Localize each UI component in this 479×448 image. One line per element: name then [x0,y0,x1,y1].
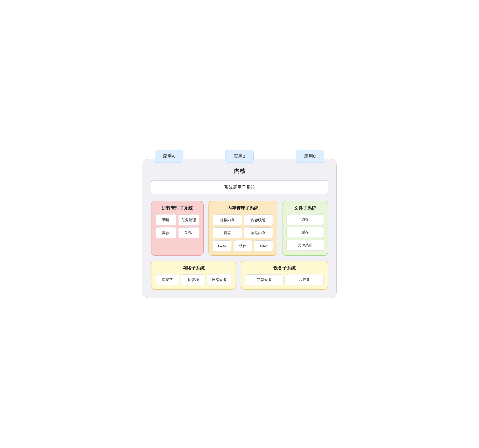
process-title: 进程管理子系统 [155,205,199,211]
process-item-schedule: 调度 [155,215,176,225]
dev-item-block: 块设备 [286,274,324,285]
app-b: 应用B [225,150,254,163]
syscall-box: 系统调用子系统 [151,181,328,194]
dev-item-char: 字符设备 [245,274,284,285]
apps-row: 应用A 应用B 应用C [143,150,337,163]
memory-items-top: 虚拟内存 内存映射 页表 物理内存 [213,215,273,238]
filesystem-box: 文件子系统 VFS 缓存 文件系统 [282,201,328,256]
app-a: 应用A [155,150,183,163]
net-item-netdev: 网络设备 [207,274,232,285]
fs-item-filesystem: 文件系统 [286,240,324,251]
memory-management-box: 内存管理子系统 虚拟内存 内存映射 页表 物理内存 swap 伙伴 slab [208,201,277,256]
memory-item-virtual: 虚拟内存 [213,215,242,225]
kernel-title: 内核 [151,167,328,175]
network-items: 套接字 协议栈 网络设备 [155,274,232,285]
process-item-sync: 同步 [155,227,176,238]
bottom-row: 网络子系统 套接字 协议栈 网络设备 设备子系统 字符设备 块设备 [151,261,328,290]
net-item-socket: 套接字 [155,274,180,285]
device-items: 字符设备 块设备 [245,274,324,285]
network-title: 网络子系统 [155,265,232,271]
process-management-box: 进程管理子系统 调度 任务管理 同步 CPU [151,201,204,256]
kernel-box: 内核 系统调用子系统 进程管理子系统 调度 任务管理 同步 CPU 内存管理子系… [143,159,337,298]
diagram-wrapper: 应用A 应用B 应用C 内核 系统调用子系统 进程管理子系统 调度 任务管理 同… [143,150,337,298]
fs-item-cache: 缓存 [286,227,324,238]
process-item-cpu: CPU [178,227,199,238]
process-items: 调度 任务管理 同步 CPU [155,215,199,238]
filesystem-items: VFS 缓存 文件系统 [286,215,324,251]
app-c: 应用C [296,150,325,163]
memory-item-physical: 物理内存 [244,227,273,238]
memory-item-pagetable: 页表 [213,227,242,238]
memory-title: 内存管理子系统 [213,205,273,211]
memory-items-bottom: swap 伙伴 slab [213,240,273,251]
subsystems-row: 进程管理子系统 调度 任务管理 同步 CPU 内存管理子系统 虚拟内存 内存映射… [151,201,328,256]
memory-item-buddy: 伙伴 [233,240,252,251]
process-item-task: 任务管理 [178,215,199,225]
memory-item-slab: slab [254,240,273,251]
net-item-protocol: 协议栈 [181,274,206,285]
device-box: 设备子系统 字符设备 块设备 [241,261,328,290]
memory-item-swap: swap [213,240,232,251]
fs-item-vfs: VFS [286,215,324,225]
device-title: 设备子系统 [245,265,324,271]
filesystem-title: 文件子系统 [286,205,324,211]
memory-item-mmap: 内存映射 [244,215,273,225]
network-box: 网络子系统 套接字 协议栈 网络设备 [151,261,236,290]
